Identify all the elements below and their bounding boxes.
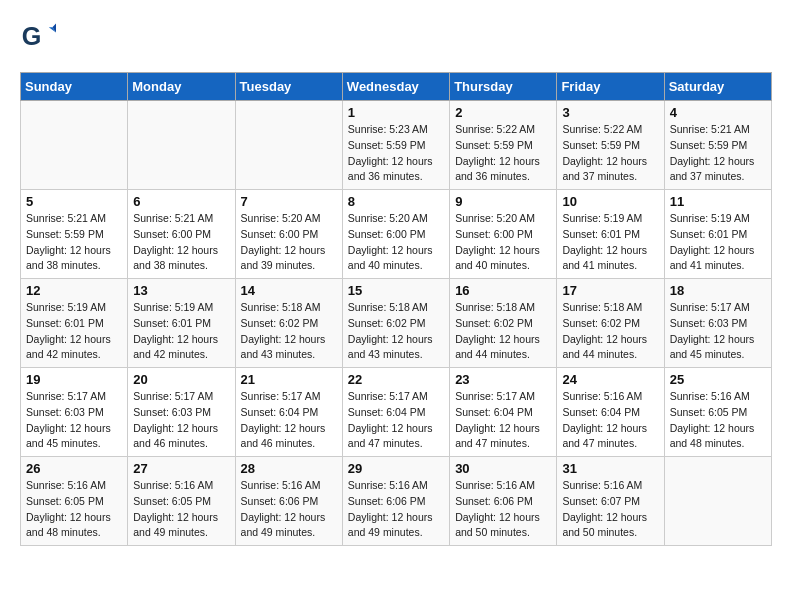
day-number: 25 (670, 372, 766, 387)
day-number: 24 (562, 372, 658, 387)
calendar-cell (235, 101, 342, 190)
calendar-cell (664, 457, 771, 546)
day-info: Sunrise: 5:19 AMSunset: 6:01 PMDaylight:… (26, 300, 122, 363)
day-info: Sunrise: 5:19 AMSunset: 6:01 PMDaylight:… (133, 300, 229, 363)
svg-text:G: G (22, 22, 42, 50)
day-info: Sunrise: 5:18 AMSunset: 6:02 PMDaylight:… (455, 300, 551, 363)
day-info: Sunrise: 5:21 AMSunset: 6:00 PMDaylight:… (133, 211, 229, 274)
calendar-cell: 19Sunrise: 5:17 AMSunset: 6:03 PMDayligh… (21, 368, 128, 457)
calendar-cell: 11Sunrise: 5:19 AMSunset: 6:01 PMDayligh… (664, 190, 771, 279)
day-number: 8 (348, 194, 444, 209)
calendar-cell: 10Sunrise: 5:19 AMSunset: 6:01 PMDayligh… (557, 190, 664, 279)
day-info: Sunrise: 5:16 AMSunset: 6:07 PMDaylight:… (562, 478, 658, 541)
calendar-cell: 27Sunrise: 5:16 AMSunset: 6:05 PMDayligh… (128, 457, 235, 546)
weekday-header-friday: Friday (557, 73, 664, 101)
day-info: Sunrise: 5:17 AMSunset: 6:03 PMDaylight:… (670, 300, 766, 363)
day-number: 2 (455, 105, 551, 120)
calendar-cell (128, 101, 235, 190)
day-number: 17 (562, 283, 658, 298)
day-info: Sunrise: 5:19 AMSunset: 6:01 PMDaylight:… (670, 211, 766, 274)
calendar-cell: 18Sunrise: 5:17 AMSunset: 6:03 PMDayligh… (664, 279, 771, 368)
weekday-header-tuesday: Tuesday (235, 73, 342, 101)
day-info: Sunrise: 5:18 AMSunset: 6:02 PMDaylight:… (241, 300, 337, 363)
day-number: 31 (562, 461, 658, 476)
day-number: 11 (670, 194, 766, 209)
day-info: Sunrise: 5:20 AMSunset: 6:00 PMDaylight:… (241, 211, 337, 274)
day-info: Sunrise: 5:16 AMSunset: 6:06 PMDaylight:… (241, 478, 337, 541)
calendar-cell: 13Sunrise: 5:19 AMSunset: 6:01 PMDayligh… (128, 279, 235, 368)
day-info: Sunrise: 5:16 AMSunset: 6:06 PMDaylight:… (455, 478, 551, 541)
day-info: Sunrise: 5:17 AMSunset: 6:04 PMDaylight:… (455, 389, 551, 452)
day-number: 21 (241, 372, 337, 387)
weekday-header-sunday: Sunday (21, 73, 128, 101)
weekday-header-thursday: Thursday (450, 73, 557, 101)
day-info: Sunrise: 5:16 AMSunset: 6:06 PMDaylight:… (348, 478, 444, 541)
calendar-cell: 4Sunrise: 5:21 AMSunset: 5:59 PMDaylight… (664, 101, 771, 190)
day-number: 19 (26, 372, 122, 387)
calendar-cell: 17Sunrise: 5:18 AMSunset: 6:02 PMDayligh… (557, 279, 664, 368)
day-number: 4 (670, 105, 766, 120)
calendar-cell: 14Sunrise: 5:18 AMSunset: 6:02 PMDayligh… (235, 279, 342, 368)
day-info: Sunrise: 5:17 AMSunset: 6:03 PMDaylight:… (26, 389, 122, 452)
day-info: Sunrise: 5:20 AMSunset: 6:00 PMDaylight:… (455, 211, 551, 274)
day-info: Sunrise: 5:16 AMSunset: 6:04 PMDaylight:… (562, 389, 658, 452)
day-info: Sunrise: 5:18 AMSunset: 6:02 PMDaylight:… (348, 300, 444, 363)
weekday-header-wednesday: Wednesday (342, 73, 449, 101)
day-number: 6 (133, 194, 229, 209)
day-info: Sunrise: 5:22 AMSunset: 5:59 PMDaylight:… (562, 122, 658, 185)
day-number: 23 (455, 372, 551, 387)
calendar-cell: 16Sunrise: 5:18 AMSunset: 6:02 PMDayligh… (450, 279, 557, 368)
day-info: Sunrise: 5:17 AMSunset: 6:03 PMDaylight:… (133, 389, 229, 452)
calendar-cell: 22Sunrise: 5:17 AMSunset: 6:04 PMDayligh… (342, 368, 449, 457)
day-info: Sunrise: 5:23 AMSunset: 5:59 PMDaylight:… (348, 122, 444, 185)
day-number: 29 (348, 461, 444, 476)
day-info: Sunrise: 5:22 AMSunset: 5:59 PMDaylight:… (455, 122, 551, 185)
day-info: Sunrise: 5:16 AMSunset: 6:05 PMDaylight:… (133, 478, 229, 541)
calendar-cell: 7Sunrise: 5:20 AMSunset: 6:00 PMDaylight… (235, 190, 342, 279)
calendar-cell: 1Sunrise: 5:23 AMSunset: 5:59 PMDaylight… (342, 101, 449, 190)
calendar-cell: 2Sunrise: 5:22 AMSunset: 5:59 PMDaylight… (450, 101, 557, 190)
day-info: Sunrise: 5:17 AMSunset: 6:04 PMDaylight:… (348, 389, 444, 452)
calendar-cell: 20Sunrise: 5:17 AMSunset: 6:03 PMDayligh… (128, 368, 235, 457)
day-number: 10 (562, 194, 658, 209)
calendar-cell (21, 101, 128, 190)
calendar-cell: 15Sunrise: 5:18 AMSunset: 6:02 PMDayligh… (342, 279, 449, 368)
logo: G (20, 20, 60, 56)
calendar-cell: 25Sunrise: 5:16 AMSunset: 6:05 PMDayligh… (664, 368, 771, 457)
calendar-cell: 12Sunrise: 5:19 AMSunset: 6:01 PMDayligh… (21, 279, 128, 368)
day-info: Sunrise: 5:18 AMSunset: 6:02 PMDaylight:… (562, 300, 658, 363)
day-number: 26 (26, 461, 122, 476)
day-number: 15 (348, 283, 444, 298)
day-number: 16 (455, 283, 551, 298)
logo-icon: G (20, 20, 56, 56)
page-header: G (20, 20, 772, 56)
calendar-cell: 5Sunrise: 5:21 AMSunset: 5:59 PMDaylight… (21, 190, 128, 279)
day-number: 22 (348, 372, 444, 387)
calendar-cell: 24Sunrise: 5:16 AMSunset: 6:04 PMDayligh… (557, 368, 664, 457)
calendar-cell: 23Sunrise: 5:17 AMSunset: 6:04 PMDayligh… (450, 368, 557, 457)
day-number: 12 (26, 283, 122, 298)
calendar-cell: 9Sunrise: 5:20 AMSunset: 6:00 PMDaylight… (450, 190, 557, 279)
day-number: 7 (241, 194, 337, 209)
calendar-cell: 31Sunrise: 5:16 AMSunset: 6:07 PMDayligh… (557, 457, 664, 546)
day-number: 9 (455, 194, 551, 209)
calendar-cell: 26Sunrise: 5:16 AMSunset: 6:05 PMDayligh… (21, 457, 128, 546)
day-number: 1 (348, 105, 444, 120)
day-number: 30 (455, 461, 551, 476)
calendar-cell: 6Sunrise: 5:21 AMSunset: 6:00 PMDaylight… (128, 190, 235, 279)
day-number: 28 (241, 461, 337, 476)
day-info: Sunrise: 5:17 AMSunset: 6:04 PMDaylight:… (241, 389, 337, 452)
day-number: 5 (26, 194, 122, 209)
weekday-header-monday: Monday (128, 73, 235, 101)
day-info: Sunrise: 5:16 AMSunset: 6:05 PMDaylight:… (26, 478, 122, 541)
calendar-cell: 21Sunrise: 5:17 AMSunset: 6:04 PMDayligh… (235, 368, 342, 457)
calendar-cell: 8Sunrise: 5:20 AMSunset: 6:00 PMDaylight… (342, 190, 449, 279)
day-info: Sunrise: 5:21 AMSunset: 5:59 PMDaylight:… (670, 122, 766, 185)
day-number: 18 (670, 283, 766, 298)
day-number: 3 (562, 105, 658, 120)
day-number: 13 (133, 283, 229, 298)
day-info: Sunrise: 5:19 AMSunset: 6:01 PMDaylight:… (562, 211, 658, 274)
calendar-cell: 3Sunrise: 5:22 AMSunset: 5:59 PMDaylight… (557, 101, 664, 190)
weekday-header-saturday: Saturday (664, 73, 771, 101)
day-info: Sunrise: 5:21 AMSunset: 5:59 PMDaylight:… (26, 211, 122, 274)
